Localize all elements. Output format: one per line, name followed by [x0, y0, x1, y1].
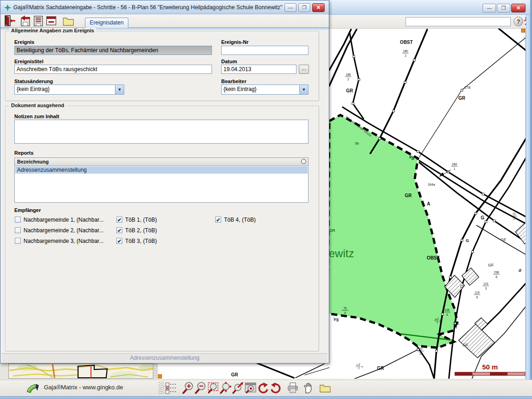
zoom-window-icon[interactable]	[207, 381, 220, 394]
main-maximize-button[interactable]: ❐	[497, 4, 510, 12]
checkbox-unchecked[interactable]	[15, 217, 21, 223]
open-folder-icon[interactable]	[62, 15, 75, 27]
bearbeiter-combobox[interactable]: {kein Eintrag} ▼	[221, 85, 308, 95]
zoom-selected-icon[interactable]	[232, 381, 245, 394]
zoom-extent-icon[interactable]	[244, 381, 257, 394]
svg-text:6: 6	[496, 275, 497, 278]
checkbox-label: Nachbargemeinde 3, (Nachbar...	[24, 238, 103, 244]
pan-hand-icon[interactable]	[302, 381, 314, 394]
ereignistitel-field[interactable]: Anschreiben TöBs rausgeschickt	[14, 65, 212, 74]
svg-text:4: 4	[446, 313, 448, 316]
ereignis-field: Beteiligung der TöBs, Fachämter und Nach…	[14, 46, 212, 55]
svg-text:1: 1	[513, 217, 515, 220]
chevron-down-icon[interactable]: ▼	[299, 85, 308, 94]
checkbox-label: Nachbargemeinde 2, (Nachbar...	[24, 227, 103, 234]
dialog-title: Gaja®Matrix Sachdateneingabe - Schritte …	[13, 4, 282, 11]
svg-text:4: 4	[344, 311, 346, 314]
checkbox-label: TöB 1, (TöB)	[125, 217, 157, 223]
svg-text:11: 11	[419, 352, 423, 355]
search-input[interactable]	[405, 17, 511, 26]
exit-door-icon[interactable]	[3, 15, 16, 27]
checkbox-label: TöB 3, (TöB)	[125, 238, 157, 244]
checkbox-checked[interactable]: ✔	[116, 217, 122, 223]
checkbox-label: TöB 4, (TöB)	[224, 217, 256, 223]
toolbar-grip[interactable]	[158, 381, 164, 394]
zoom-out-icon[interactable]	[194, 381, 207, 394]
save-back-icon[interactable]	[19, 15, 32, 27]
sachdaten-dialog: Gaja®Matrix Sachdateneingabe - Schritte …	[0, 0, 329, 363]
rotate-left-icon[interactable]	[257, 381, 270, 394]
svg-text:186: 186	[346, 73, 351, 76]
ereignis-nr-field[interactable]	[221, 46, 308, 55]
zoom-dynamic-icon[interactable]	[219, 381, 232, 394]
main-minimize-button[interactable]: —	[483, 4, 496, 12]
map-label: 178	[464, 85, 471, 90]
svg-text:284: 284	[452, 163, 457, 166]
map-scroll-strip[interactable]	[526, 15, 530, 396]
ereignis-nr-label: Ereignis-Nr	[221, 39, 248, 45]
status-combobox[interactable]: {kein Eintrag} ▼	[14, 85, 124, 95]
tab-ereignisdaten[interactable]: Ereignisdaten	[85, 18, 128, 28]
datum-picker-button[interactable]: ...	[299, 65, 309, 74]
checkbox-label: Nachbargemeinde 1, (Nachbar...	[24, 217, 103, 223]
map-handle-top-right[interactable]	[521, 29, 525, 32]
parcel-number: 1802	[402, 49, 409, 57]
map-label: G	[481, 215, 484, 220]
parcel-number: 1196	[474, 291, 480, 299]
map-label: GR	[346, 88, 354, 93]
help-button[interactable]: ?	[514, 17, 523, 26]
dialog-close-button[interactable]: ✕	[312, 3, 325, 12]
svg-text:72: 72	[512, 212, 516, 216]
plan-area-polygon	[328, 115, 457, 348]
chevron-down-icon[interactable]: ▼	[115, 85, 124, 94]
save-icon[interactable]	[32, 15, 45, 27]
ereignis-label: Ereignis	[14, 39, 34, 45]
svg-text:2: 2	[405, 54, 406, 57]
sort-circle-icon[interactable]	[301, 159, 306, 164]
checkbox-unchecked[interactable]	[15, 227, 21, 233]
reports-table[interactable]: Bezeichnung Adressenzusammenstellung	[14, 157, 308, 203]
checkbox-checked[interactable]: ✔	[116, 227, 122, 233]
bearbeiter-value: {kein Eintrag}	[224, 86, 256, 92]
checkbox-unchecked[interactable]	[15, 238, 21, 244]
remove-window-icon[interactable]	[45, 15, 58, 27]
map-handle-bottom-left[interactable]	[158, 375, 162, 378]
map-label: ewitz	[329, 247, 354, 260]
group-title: Allgemeine Angaben zum Ereignis	[9, 28, 96, 33]
map-label: G	[466, 238, 469, 243]
svg-text:296: 296	[454, 321, 459, 324]
window-bottom-frame	[0, 396, 532, 399]
checkbox-checked[interactable]: ✔	[215, 217, 221, 223]
print-icon[interactable]	[286, 381, 299, 394]
main-close-button[interactable]: ✕	[511, 4, 526, 12]
notizen-textarea[interactable]	[14, 120, 308, 144]
svg-text:295: 295	[445, 308, 450, 312]
app-icon	[4, 4, 11, 11]
status-value: {kein Eintrag}	[17, 86, 49, 92]
overview-map[interactable]	[8, 363, 153, 379]
scale-bar: 50 m	[455, 363, 525, 375]
checkbox-label: TöB 2, (TöB)	[125, 227, 157, 234]
svg-text:119: 119	[475, 291, 480, 294]
reports-column-header[interactable]: Bezeichnung	[15, 158, 308, 166]
report-row-selected[interactable]: Adressenzusammenstellung	[15, 166, 308, 174]
rotate-right-icon[interactable]	[269, 381, 282, 394]
brand-text: Gaja®Matrix - www.gingko.de	[44, 384, 123, 391]
map-label: OBST	[400, 40, 413, 45]
map-label: S	[517, 268, 522, 273]
panel-separator	[154, 363, 158, 379]
checkbox-checked[interactable]: ✔	[116, 238, 122, 244]
datum-field[interactable]: 19.04.2013	[221, 65, 296, 74]
open-folder-icon[interactable]	[319, 381, 332, 394]
svg-text:2: 2	[347, 78, 349, 81]
svg-text:2: 2	[360, 365, 364, 368]
zoom-in-icon[interactable]	[182, 381, 195, 394]
svg-text:5: 5	[455, 326, 457, 329]
dialog-minimize-button[interactable]: —	[284, 3, 296, 12]
parcel-number: 1193	[483, 282, 489, 290]
layer-visibility-icon[interactable]	[164, 381, 177, 394]
parcel-number: 1862	[345, 73, 351, 81]
map-label: 164a	[428, 183, 435, 186]
map-label: GR	[459, 96, 466, 101]
dialog-maximize-button[interactable]: ❐	[298, 3, 310, 12]
